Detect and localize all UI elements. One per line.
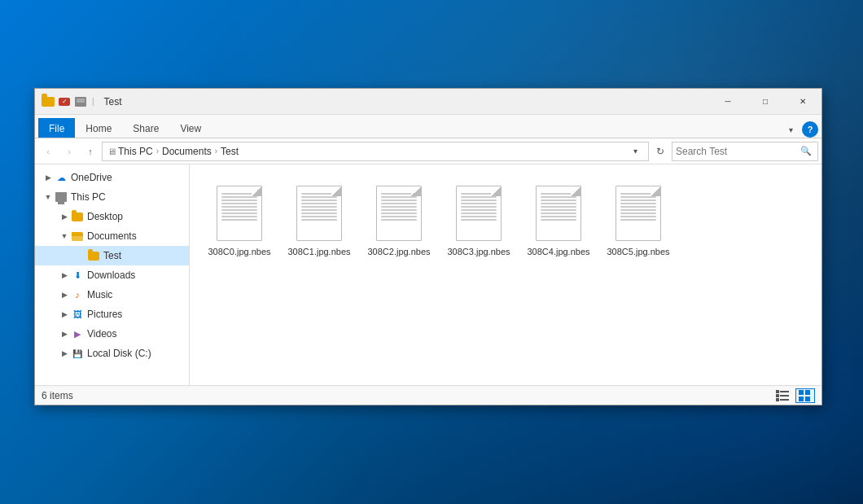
search-input[interactable] — [676, 146, 798, 157]
ribbon: File Home Share View ▾ ? — [35, 115, 821, 138]
minimize-button[interactable]: ─ — [709, 89, 747, 115]
file-name-2: 308C2.jpg.nbes — [367, 246, 430, 257]
svg-rect-7 — [805, 390, 810, 395]
large-icons-view-button[interactable] — [795, 388, 815, 403]
svg-rect-6 — [799, 390, 804, 395]
titlebar-icons: ✓ | — [42, 95, 94, 108]
file-name-4: 308C4.jpg.nbes — [527, 246, 589, 257]
file-icon-0 — [211, 181, 268, 246]
close-button[interactable]: ✕ — [784, 89, 821, 115]
expand-arrow-pictures: ▶ — [58, 308, 71, 321]
pc-icon — [55, 191, 68, 204]
address-dropdown-button[interactable]: ▾ — [627, 143, 643, 160]
file-icon-1 — [291, 181, 348, 246]
sidebar-label-downloads: Downloads — [87, 270, 135, 281]
status-bar: 6 items — [35, 385, 821, 405]
search-box: 🔍 — [672, 142, 818, 161]
file-icon-2 — [370, 181, 427, 246]
videos-icon: ▶ — [71, 327, 84, 340]
sidebar-label-desktop: Desktop — [87, 211, 123, 222]
sidebar-item-pictures[interactable]: ▶ 🖼 Pictures — [35, 305, 189, 324]
sidebar-label-music: Music — [87, 289, 112, 300]
address-path[interactable]: 🖥 This PC › Documents › Test ▾ — [102, 142, 649, 161]
sidebar-item-music[interactable]: ▶ ♪ Music — [35, 285, 189, 305]
expand-arrow-videos: ▶ — [58, 327, 71, 340]
ribbon-expand-button[interactable]: ▾ — [782, 121, 799, 138]
path-segment-documents: Documents — [162, 146, 212, 157]
expand-arrow-downloads: ▶ — [58, 269, 71, 282]
main-area: ▶ ☁ OneDrive ▼ This PC ▶ Deskt — [35, 164, 821, 385]
svg-rect-3 — [780, 395, 789, 397]
file-icon-3 — [450, 181, 507, 246]
expand-arrow-documents: ▼ — [58, 230, 71, 243]
desktop-folder-icon — [71, 210, 84, 223]
sidebar-item-videos[interactable]: ▶ ▶ Videos — [35, 324, 189, 344]
up-button[interactable]: ↑ — [81, 142, 100, 161]
ribbon-expand-area: ▾ ? — [782, 121, 821, 138]
sidebar-label-onedrive: OneDrive — [71, 172, 112, 183]
file-icon-5 — [610, 181, 667, 246]
details-view-button[interactable] — [773, 388, 792, 403]
quick-access-icon: ✓ — [58, 95, 71, 108]
tab-view[interactable]: View — [169, 118, 212, 138]
back-button[interactable]: ‹ — [38, 142, 58, 161]
svg-rect-2 — [776, 394, 779, 397]
sidebar-label-documents: Documents — [87, 230, 137, 242]
file-name-3: 308C3.jpg.nbes — [447, 246, 510, 257]
file-item-2[interactable]: 308C2.jpg.nbes — [362, 177, 436, 261]
file-item-1[interactable]: 308C1.jpg.nbes — [283, 177, 356, 261]
svg-rect-9 — [805, 397, 810, 401]
sidebar-label-test: Test — [103, 250, 121, 261]
file-content-area: 308C0.jpg.nbes 308C1.jpg.nbes — [190, 164, 821, 385]
sidebar-item-test[interactable]: Test — [35, 246, 189, 265]
sidebar: ▶ ☁ OneDrive ▼ This PC ▶ Deskt — [35, 164, 190, 385]
expand-arrow-desktop: ▶ — [58, 210, 71, 223]
sidebar-item-downloads[interactable]: ▶ ⬇ Downloads — [35, 265, 189, 285]
onedrive-icon: ☁ — [55, 171, 68, 184]
tab-file[interactable]: File — [38, 118, 75, 138]
svg-rect-0 — [776, 390, 779, 393]
sidebar-item-thispc[interactable]: ▼ This PC — [35, 187, 189, 207]
file-item-4[interactable]: 308C4.jpg.nbes — [522, 177, 595, 261]
file-icon-4 — [530, 181, 587, 246]
search-button[interactable]: 🔍 — [798, 143, 814, 160]
svg-rect-1 — [780, 391, 789, 392]
expand-arrow-thispc: ▼ — [42, 191, 55, 204]
path-arrow-1: › — [156, 147, 159, 156]
forward-button[interactable]: › — [59, 142, 79, 161]
file-name-1: 308C1.jpg.nbes — [287, 246, 350, 257]
refresh-button[interactable]: ↻ — [651, 142, 670, 161]
disk-icon: 💾 — [71, 347, 84, 360]
ribbon-tab-bar: File Home Share View ▾ ? — [35, 115, 821, 138]
path-segment-thispc: 🖥 This PC — [107, 146, 153, 157]
sidebar-item-documents[interactable]: ▼ Documents — [35, 226, 189, 246]
file-name-0: 308C0.jpg.nbes — [208, 246, 270, 257]
sidebar-label-localdisk: Local Disk (C:) — [87, 348, 151, 359]
maximize-button[interactable]: □ — [747, 89, 784, 115]
documents-folder-icon — [71, 230, 84, 243]
sidebar-item-onedrive[interactable]: ▶ ☁ OneDrive — [35, 168, 189, 187]
tab-home[interactable]: Home — [75, 118, 122, 138]
path-arrow-2: › — [215, 147, 217, 156]
item-count: 6 items — [42, 390, 73, 401]
file-item-5[interactable]: 308C5.jpg.nbes — [602, 177, 675, 261]
path-thispc-label: This PC — [118, 146, 153, 157]
sidebar-item-localdisk[interactable]: ▶ 💾 Local Disk (C:) — [35, 344, 189, 363]
svg-rect-4 — [776, 398, 779, 401]
window-title: Test — [104, 96, 709, 107]
test-folder-icon — [87, 249, 100, 262]
sidebar-label-videos: Videos — [87, 328, 116, 340]
file-item-0[interactable]: 308C0.jpg.nbes — [203, 177, 276, 261]
help-button[interactable]: ? — [802, 121, 818, 138]
tab-share[interactable]: Share — [122, 118, 169, 138]
path-documents-label: Documents — [162, 146, 212, 157]
svg-rect-5 — [780, 399, 789, 401]
expand-arrow-music: ▶ — [58, 288, 71, 301]
window-controls: ─ □ ✕ — [709, 89, 821, 115]
expand-arrow-localdisk: ▶ — [58, 347, 71, 360]
expand-arrow-onedrive: ▶ — [42, 171, 55, 184]
file-name-5: 308C5.jpg.nbes — [607, 246, 669, 257]
music-icon: ♪ — [71, 288, 84, 301]
sidebar-item-desktop[interactable]: ▶ Desktop — [35, 207, 189, 226]
file-item-3[interactable]: 308C3.jpg.nbes — [442, 177, 515, 261]
